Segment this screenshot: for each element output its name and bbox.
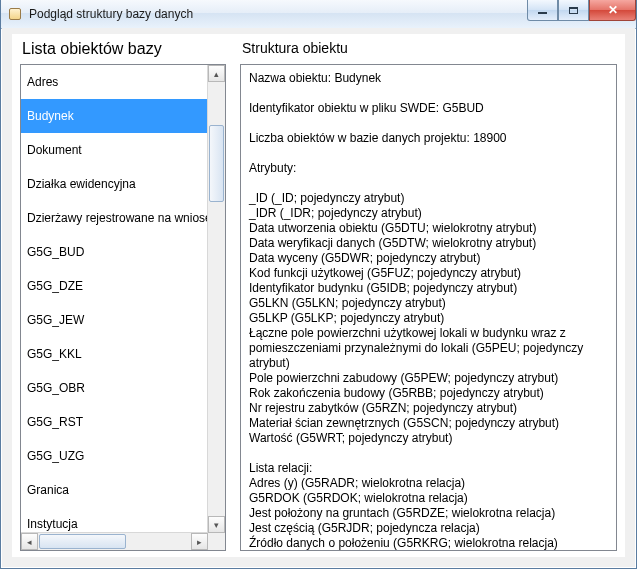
detail-textbox[interactable]: Nazwa obiektu: Budynek Identyfikator obi…	[240, 64, 617, 551]
detail-line: Identyfikator budynku (G5IDB; pojedynczy…	[249, 281, 608, 296]
titlebar[interactable]: Podgląd struktury bazy danych ✕	[1, 0, 636, 29]
detail-line: Data utworzenia obiektu (G5DTU; wielokro…	[249, 221, 608, 236]
detail-line: Data weryfikacji danych (G5DTW; wielokro…	[249, 236, 608, 251]
detail-line	[249, 86, 608, 101]
detail-line: Rok zakończenia budowy (G5RBB; pojedyncz…	[249, 386, 608, 401]
list-item[interactable]: Dzierżawy rejestrowane na wniosek	[21, 201, 208, 235]
detail-line: Wartość (G5WRT; pojedynczy atrybut)	[249, 431, 608, 446]
minimize-button[interactable]	[527, 0, 558, 21]
detail-line: G5RDOK (G5RDOK; wielokrotna relacja)	[249, 491, 608, 506]
list-item[interactable]: Adres	[21, 65, 208, 99]
detail-line: Pole powierzchni zabudowy (G5PEW; pojedy…	[249, 371, 608, 386]
detail-line: Kod funkcji użytkowej (G5FUZ; pojedynczy…	[249, 266, 608, 281]
horizontal-scrollbar[interactable]: ◂ ▸	[21, 532, 208, 550]
minimize-icon	[538, 12, 547, 14]
horizontal-scroll-thumb[interactable]	[39, 534, 126, 549]
list-item[interactable]: G5G_UZG	[21, 439, 208, 473]
detail-line: Materiał ścian zewnętrznych (G5SCN; poje…	[249, 416, 608, 431]
list-item[interactable]: G5G_JEW	[21, 303, 208, 337]
close-icon: ✕	[608, 4, 618, 16]
app-icon	[7, 6, 23, 22]
detail-line: G5LKN (G5LKN; pojedynczy atrybut)	[249, 296, 608, 311]
list-item[interactable]: Działka ewidencyjna	[21, 167, 208, 201]
list-heading: Lista obiektów bazy	[22, 40, 226, 58]
object-listbox[interactable]: AdresBudynekDokumentDziałka ewidencyjnaD…	[20, 64, 226, 551]
scroll-down-button[interactable]: ▾	[208, 516, 225, 533]
detail-line: Źródło danych o położeniu (G5RKRG; wielo…	[249, 536, 608, 551]
detail-line: Jest częścią (G5RJDR; pojedyncza relacja…	[249, 521, 608, 536]
detail-line: Adres (y) (G5RADR; wielokrotna relacja)	[249, 476, 608, 491]
detail-line	[249, 146, 608, 161]
left-column: Lista obiektów bazy AdresBudynekDokument…	[20, 38, 226, 551]
detail-line: Nr rejestru zabytków (G5RZN; pojedynczy …	[249, 401, 608, 416]
detail-line: Łączne pole powierzchni użytkowej lokali…	[249, 326, 608, 371]
vertical-scroll-thumb[interactable]	[209, 125, 224, 202]
maximize-icon	[569, 7, 578, 14]
list-item[interactable]: G5G_OBR	[21, 371, 208, 405]
detail-line: _ID (_ID; pojedynczy atrybut)	[249, 191, 608, 206]
scroll-right-button[interactable]: ▸	[191, 533, 208, 550]
detail-line: G5LKP (G5LKP; pojedynczy atrybut)	[249, 311, 608, 326]
content-panel: Lista obiektów bazy AdresBudynekDokument…	[12, 34, 625, 557]
detail-heading: Struktura obiektu	[242, 40, 617, 56]
list-item[interactable]: G5G_KKL	[21, 337, 208, 371]
detail-line: Lista relacji:	[249, 461, 608, 476]
detail-line	[249, 116, 608, 131]
list-item[interactable]: G5G_BUD	[21, 235, 208, 269]
list-viewport: AdresBudynekDokumentDziałka ewidencyjnaD…	[21, 65, 208, 533]
list-item[interactable]: G5G_RST	[21, 405, 208, 439]
scroll-left-button[interactable]: ◂	[21, 533, 38, 550]
detail-line: Nazwa obiektu: Budynek	[249, 71, 608, 86]
detail-line: Identyfikator obiektu w pliku SWDE: G5BU…	[249, 101, 608, 116]
maximize-button[interactable]	[558, 0, 589, 21]
detail-line: Atrybuty:	[249, 161, 608, 176]
detail-line: Liczba obiektów w bazie danych projektu:…	[249, 131, 608, 146]
app-window: Podgląd struktury bazy danych ✕ Lista ob…	[0, 0, 637, 569]
vertical-scrollbar[interactable]: ▴ ▾	[207, 65, 225, 533]
detail-line: Jest położony na gruntach (G5RDZE; wielo…	[249, 506, 608, 521]
detail-line: _IDR (_IDR; pojedynczy atrybut)	[249, 206, 608, 221]
scroll-corner	[208, 533, 225, 550]
right-column: Struktura obiektu Nazwa obiektu: Budynek…	[240, 38, 617, 551]
detail-line: Data wyceny (G5DWR; pojedynczy atrybut)	[249, 251, 608, 266]
list-item[interactable]: Budynek	[21, 99, 208, 133]
window-controls: ✕	[527, 0, 636, 20]
list-item[interactable]: Granica	[21, 473, 208, 507]
list-item[interactable]: G5G_DZE	[21, 269, 208, 303]
window-title: Podgląd struktury bazy danych	[29, 7, 193, 21]
scroll-up-button[interactable]: ▴	[208, 65, 225, 82]
list-item[interactable]: Instytucja	[21, 507, 208, 533]
detail-line	[249, 176, 608, 191]
list-item[interactable]: Dokument	[21, 133, 208, 167]
detail-line	[249, 446, 608, 461]
close-button[interactable]: ✕	[589, 0, 636, 21]
client-area: Lista obiektów bazy AdresBudynekDokument…	[2, 28, 635, 567]
